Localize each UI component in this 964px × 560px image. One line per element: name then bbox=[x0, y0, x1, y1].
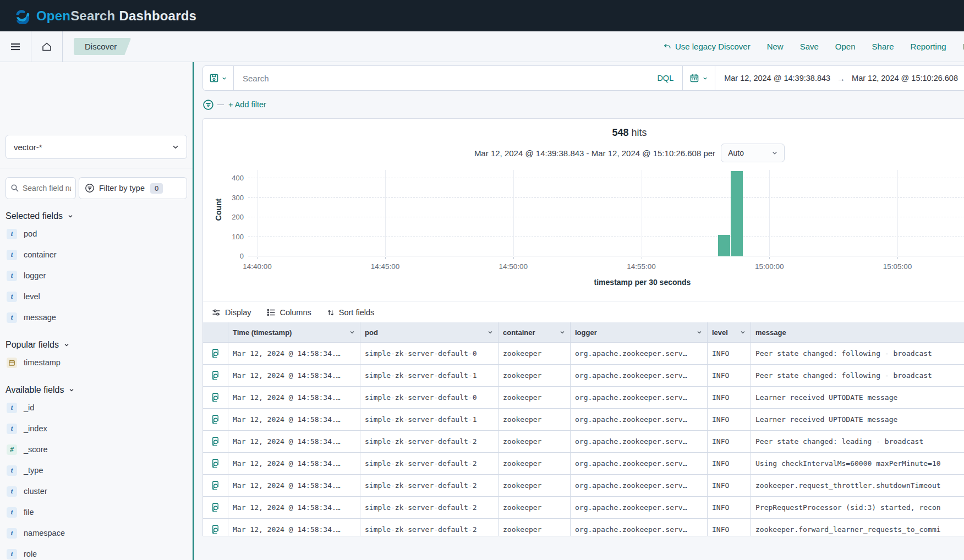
menu-button[interactable] bbox=[0, 31, 31, 62]
breadcrumb-discover[interactable]: Discover bbox=[74, 38, 131, 55]
date-field-icon bbox=[7, 358, 17, 368]
x-tick-label: 14:40:00 bbox=[243, 262, 272, 271]
section-available-fields[interactable]: Available fields bbox=[6, 385, 187, 395]
expand-document-button[interactable] bbox=[203, 431, 228, 452]
field-item-container[interactable]: tcontainer bbox=[6, 244, 187, 265]
hits-count: 548 hits bbox=[203, 127, 964, 139]
search-input[interactable] bbox=[234, 66, 648, 90]
table-cell: simple-zk-server-default-1 bbox=[360, 365, 498, 386]
histogram-bar[interactable] bbox=[718, 235, 730, 256]
table-cell: simple-zk-server-default-2 bbox=[360, 431, 498, 452]
field-item-namespace[interactable]: tnamespace bbox=[6, 523, 187, 543]
field-item-file[interactable]: tfile bbox=[6, 502, 187, 523]
calendar-button[interactable] bbox=[683, 66, 715, 90]
field-item-timestamp[interactable]: timestamp bbox=[6, 352, 187, 373]
table-cell: org.apache.zookeeper.serv… bbox=[570, 387, 707, 408]
table-row: Mar 12, 2024 @ 14:58:34.…simple-zk-serve… bbox=[203, 430, 964, 452]
table-row: Mar 12, 2024 @ 14:58:34.…simple-zk-serve… bbox=[203, 386, 964, 408]
field-item-cluster[interactable]: tcluster bbox=[6, 481, 187, 502]
toolbar-action-open[interactable]: Open bbox=[835, 42, 856, 51]
filter-dash bbox=[217, 105, 224, 105]
table-row: Mar 12, 2024 @ 14:58:34.…simple-zk-serve… bbox=[203, 452, 964, 474]
field-name: _id bbox=[24, 403, 34, 412]
table-cell: zookeeper bbox=[498, 519, 570, 536]
nav-left: Discover bbox=[0, 31, 131, 62]
field-item-message[interactable]: tmessage bbox=[6, 307, 187, 328]
date-to[interactable]: Mar 12, 2024 @ 15:10:26.608 bbox=[852, 74, 958, 83]
toolbar-action-save[interactable]: Save bbox=[800, 42, 819, 51]
app-header: OpenSearchDashboards bbox=[0, 0, 964, 31]
index-pattern-value: vector-* bbox=[14, 142, 42, 152]
section-selected-fields[interactable]: Selected fields bbox=[6, 211, 187, 221]
field-item--score[interactable]: #_score bbox=[6, 439, 187, 460]
date-range: Mar 12, 2024 @ 14:39:38.843 → Mar 12, 20… bbox=[715, 74, 964, 83]
display-button[interactable]: Display bbox=[212, 308, 251, 317]
columns-button[interactable]: Columns bbox=[267, 308, 311, 317]
field-item-logger[interactable]: tlogger bbox=[6, 265, 187, 286]
chevron-down-icon bbox=[696, 329, 703, 336]
table-cell: simple-zk-server-default-1 bbox=[360, 409, 498, 430]
histogram-bar[interactable] bbox=[731, 171, 743, 256]
sliders-icon bbox=[212, 308, 221, 317]
table-cell: zookeeper bbox=[498, 453, 570, 474]
query-language-button[interactable]: DQL bbox=[648, 74, 682, 83]
expand-document-button[interactable] bbox=[203, 453, 228, 474]
filter-by-type-button[interactable]: Filter by type 0 bbox=[79, 177, 187, 199]
toolbar-action-share[interactable]: Share bbox=[872, 42, 894, 51]
index-pattern-select[interactable]: vector-* bbox=[6, 135, 187, 159]
toolbar-action-new[interactable]: New bbox=[767, 42, 784, 51]
sort-fields-button[interactable]: Sort fields bbox=[327, 308, 374, 317]
chevron-down-icon bbox=[487, 329, 494, 336]
column-header-pod[interactable]: pod bbox=[360, 322, 498, 342]
inspect-doc-icon bbox=[211, 393, 220, 403]
x-tick-label: 14:55:00 bbox=[627, 262, 656, 271]
table-cell: INFO bbox=[707, 365, 751, 386]
column-header-container[interactable]: container bbox=[498, 322, 570, 342]
field-name: _score bbox=[24, 445, 48, 454]
x-tick bbox=[385, 257, 386, 259]
x-gridline bbox=[769, 170, 770, 256]
field-item--index[interactable]: t_index bbox=[6, 418, 187, 439]
date-from[interactable]: Mar 12, 2024 @ 14:39:38.843 bbox=[724, 74, 830, 83]
text-field-icon: t bbox=[7, 403, 17, 413]
table-cell: org.apache.zookeeper.serv… bbox=[570, 431, 707, 452]
table-cell: zookeeper bbox=[498, 365, 570, 386]
number-field-icon: # bbox=[7, 444, 17, 455]
column-header-logger[interactable]: logger bbox=[570, 322, 707, 342]
table-cell: Mar 12, 2024 @ 14:58:34.… bbox=[228, 475, 360, 496]
expand-document-button[interactable] bbox=[203, 475, 228, 496]
add-filter-button[interactable]: + Add filter bbox=[228, 100, 266, 109]
list-icon bbox=[267, 308, 276, 317]
expand-document-button[interactable] bbox=[203, 343, 228, 364]
field-item-role[interactable]: trole bbox=[6, 543, 187, 560]
toolbar-action-use-legacy-discover[interactable]: Use legacy Discover bbox=[663, 42, 751, 51]
text-field-icon: t bbox=[7, 271, 17, 281]
field-item--type[interactable]: t_type bbox=[6, 460, 187, 481]
interval-select[interactable]: Auto bbox=[721, 144, 785, 162]
table-row: Mar 12, 2024 @ 14:58:34.…simple-zk-serve… bbox=[203, 342, 964, 364]
saved-queries-button[interactable] bbox=[203, 66, 234, 90]
table-cell: zookeeper bbox=[498, 343, 570, 364]
query-bar: DQL Mar 12, 2024 @ 14:39:38.843 → Mar 12… bbox=[202, 65, 964, 91]
date-picker: Mar 12, 2024 @ 14:39:38.843 → Mar 12, 20… bbox=[682, 66, 964, 90]
field-item-pod[interactable]: tpod bbox=[6, 223, 187, 244]
home-button[interactable] bbox=[31, 31, 62, 62]
column-header-message[interactable]: message bbox=[751, 322, 964, 342]
expand-document-button[interactable] bbox=[203, 519, 228, 536]
field-item-level[interactable]: tlevel bbox=[6, 286, 187, 307]
expand-document-button[interactable] bbox=[203, 497, 228, 518]
section-popular-fields[interactable]: Popular fields bbox=[6, 340, 187, 350]
expand-document-button[interactable] bbox=[203, 387, 228, 408]
expand-document-button[interactable] bbox=[203, 365, 228, 386]
column-header-level[interactable]: level bbox=[707, 322, 751, 342]
column-header-time-timestamp-[interactable]: Time (timestamp) bbox=[228, 322, 360, 342]
expand-document-button[interactable] bbox=[203, 409, 228, 430]
table-cell: zookeeper.request_throttler.shutdownTime… bbox=[751, 475, 964, 496]
chevron-down-icon bbox=[63, 342, 70, 348]
text-field-icon: t bbox=[7, 486, 17, 497]
undo-icon bbox=[663, 42, 671, 51]
field-item--id[interactable]: t_id bbox=[6, 397, 187, 418]
field-search-input[interactable] bbox=[23, 184, 71, 193]
toolbar-action-reporting[interactable]: Reporting bbox=[911, 42, 946, 51]
filter-circle-icon[interactable] bbox=[202, 99, 214, 111]
